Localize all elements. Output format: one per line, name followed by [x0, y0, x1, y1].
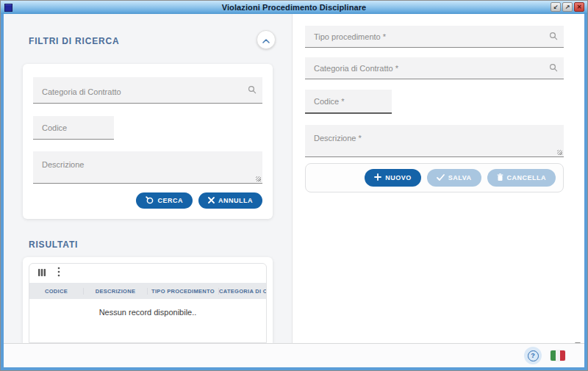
- annulla-button-label: ANNULLA: [218, 197, 253, 204]
- results-grid: CODICE DESCRIZIONE TIPO PROCEDIMENTO CAT…: [29, 263, 267, 343]
- check-icon: [437, 174, 445, 182]
- detail-actions-bar: NUOVO SALVA CANCELLA: [305, 163, 564, 192]
- codice-filter-input[interactable]: [33, 116, 114, 139]
- search-panel: FILTRI DI RICERCA: [4, 14, 293, 343]
- tipo-procedimento-field: [305, 26, 564, 48]
- cerca-button[interactable]: CERCA: [136, 192, 193, 209]
- grid-empty-message: Nessun record disponibile..: [29, 299, 266, 342]
- descrizione-detail-field: [305, 125, 564, 157]
- results-card: CODICE DESCRIZIONE TIPO PROCEDIMENTO CAT…: [23, 257, 273, 343]
- resize-handle-icon[interactable]: [256, 176, 261, 181]
- codice-filter-field: [33, 116, 114, 140]
- minimize-button[interactable]: ↙: [551, 2, 561, 12]
- italian-flag-icon[interactable]: [551, 350, 565, 361]
- cerca-button-label: CERCA: [157, 197, 183, 204]
- column-header-descrizione[interactable]: DESCRIZIONE: [83, 288, 147, 295]
- columns-icon[interactable]: [37, 267, 46, 280]
- categoria-contratto-filter-input[interactable]: [33, 77, 262, 103]
- search-icon[interactable]: [248, 84, 257, 97]
- filter-actions: CERCA ANNULLA: [33, 192, 262, 209]
- detail-panel: NUOVO SALVA CANCELLA: [293, 14, 584, 343]
- flag-red-stripe: [560, 350, 565, 361]
- annulla-button[interactable]: ANNULLA: [198, 192, 262, 209]
- flag-white-stripe: [556, 350, 561, 361]
- search-icon[interactable]: [549, 30, 558, 43]
- plus-icon: [374, 173, 381, 182]
- flag-green-stripe: [551, 350, 556, 361]
- footer-bar: ?: [4, 343, 584, 367]
- content-area: FILTRI DI RICERCA: [4, 14, 584, 343]
- scroll-down-icon[interactable]: [575, 336, 581, 343]
- close-button[interactable]: ✕: [574, 2, 584, 12]
- column-header-categoria-contratto[interactable]: CATEGORIA DI CONT…: [218, 288, 266, 295]
- salva-button[interactable]: SALVA: [427, 169, 481, 187]
- help-icon: ?: [528, 350, 539, 361]
- codice-detail-input[interactable]: [305, 90, 392, 112]
- resize-handle-icon[interactable]: [557, 150, 562, 155]
- filters-heading: FILTRI DI RICERCA: [29, 36, 119, 46]
- filters-card: CERCA ANNULLA: [23, 64, 273, 219]
- nuovo-button[interactable]: NUOVO: [365, 169, 421, 187]
- chevron-up-icon: [262, 33, 270, 46]
- grid-header-row: CODICE DESCRIZIONE TIPO PROCEDIMENTO CAT…: [29, 283, 266, 299]
- codice-detail-field: [305, 90, 392, 114]
- maximize-button[interactable]: ↗: [562, 2, 573, 12]
- help-button[interactable]: ?: [524, 347, 542, 364]
- categoria-contratto-filter-field: [33, 77, 262, 104]
- cancella-button-label: CANCELLA: [507, 174, 547, 181]
- column-header-tipo-procedimento[interactable]: TIPO PROCEDIMENTO: [147, 288, 218, 295]
- categoria-contratto-detail-input[interactable]: [305, 57, 564, 79]
- grid-toolbar: [29, 264, 266, 283]
- trash-icon: [497, 173, 503, 183]
- descrizione-detail-textarea[interactable]: [305, 125, 564, 156]
- salva-button-label: SALVA: [448, 174, 472, 181]
- titlebar[interactable]: Violazioni Procedimento Disciplinare ↙ ↗…: [1, 1, 587, 14]
- cancella-button[interactable]: CANCELLA: [487, 169, 556, 187]
- kebab-menu-icon[interactable]: [57, 267, 60, 280]
- descrizione-filter-textarea[interactable]: [33, 151, 262, 183]
- window-title: Violazioni Procedimento Disciplinare: [1, 3, 587, 12]
- app-window: Violazioni Procedimento Disciplinare ↙ ↗…: [0, 0, 588, 371]
- nuovo-button-label: NUOVO: [385, 174, 412, 181]
- results-heading: RISULTATI: [29, 239, 78, 250]
- categoria-contratto-detail-field: [305, 57, 564, 79]
- close-x-icon: [208, 197, 215, 205]
- window-controls: ↙ ↗ ✕: [551, 2, 584, 12]
- tipo-procedimento-input[interactable]: [305, 26, 564, 47]
- column-header-codice[interactable]: CODICE: [29, 288, 83, 295]
- window-body: FILTRI DI RICERCA: [4, 14, 584, 367]
- descrizione-filter-field: [33, 151, 262, 184]
- collapse-filters-button[interactable]: [257, 30, 276, 49]
- search-icon[interactable]: [549, 62, 558, 75]
- search-refresh-icon: [146, 196, 154, 206]
